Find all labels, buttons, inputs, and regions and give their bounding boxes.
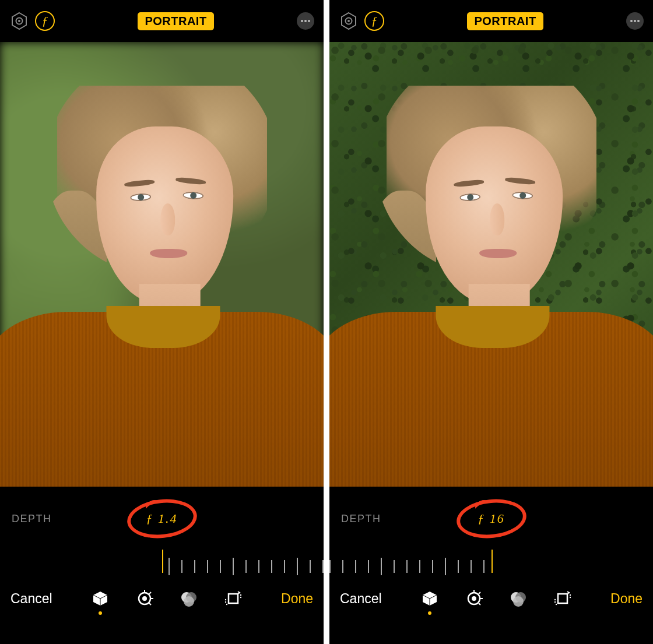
svg-point-39 [556, 604, 557, 605]
filters-circles-icon[interactable] [508, 588, 529, 609]
svg-point-17 [240, 597, 241, 598]
edit-controls: DEPTH ƒ 16 Cancel [329, 487, 653, 644]
svg-point-19 [225, 601, 226, 603]
photo-preview[interactable] [329, 42, 653, 487]
ellipsis-icon[interactable] [626, 12, 644, 30]
slider-indicator [162, 550, 163, 573]
editor-pane-right: ƒ PORTRAIT DEPTH ƒ 16 Cancel [329, 0, 653, 644]
slider-indicator [491, 550, 493, 573]
edit-controls: DEPTH ƒ 1.4 Cancel [0, 487, 324, 644]
cancel-button[interactable]: Cancel [10, 591, 52, 607]
depth-label: DEPTH [12, 513, 52, 525]
svg-line-31 [479, 603, 480, 605]
svg-point-41 [554, 599, 556, 600]
top-toolbar: ƒ PORTRAIT [329, 0, 653, 42]
svg-line-29 [479, 592, 480, 594]
lighting-hex-icon[interactable] [339, 11, 359, 31]
bottom-toolbar: Cancel [329, 580, 653, 628]
cube-icon[interactable] [419, 588, 440, 609]
svg-point-40 [554, 601, 556, 603]
svg-point-18 [226, 604, 227, 605]
svg-line-10 [149, 603, 151, 605]
filters-circles-icon[interactable] [178, 588, 199, 609]
crop-rotate-icon[interactable] [552, 588, 573, 609]
svg-point-20 [225, 599, 226, 600]
svg-point-16 [240, 594, 241, 596]
svg-point-2 [18, 20, 20, 22]
editor-pane-left: ƒ PORTRAIT DEPTH ƒ 1.4 Cancel [0, 0, 324, 644]
depth-slider[interactable] [329, 550, 653, 580]
f-stop-icon[interactable]: ƒ [364, 11, 384, 31]
crop-rotate-icon[interactable] [223, 588, 244, 609]
cube-icon[interactable] [90, 588, 111, 609]
svg-point-27 [472, 596, 476, 601]
svg-point-34 [513, 596, 524, 607]
lighting-hex-icon[interactable] [9, 11, 29, 31]
done-button[interactable]: Done [281, 591, 313, 607]
svg-rect-35 [558, 594, 567, 603]
subject-sweater [0, 312, 324, 487]
depth-value: ƒ 1.4 [146, 511, 178, 526]
adjust-dial-icon[interactable] [464, 588, 485, 609]
ellipsis-icon[interactable] [297, 12, 314, 30]
svg-line-8 [149, 592, 151, 594]
svg-rect-14 [229, 594, 238, 603]
mode-badge[interactable]: PORTRAIT [138, 12, 213, 30]
svg-point-23 [347, 20, 350, 22]
mode-badge[interactable]: PORTRAIT [467, 12, 543, 30]
photo-preview[interactable] [0, 42, 324, 487]
f-stop-icon[interactable]: ƒ [35, 11, 55, 31]
svg-point-37 [570, 594, 571, 596]
depth-value: ƒ 16 [478, 511, 505, 526]
svg-point-13 [184, 596, 194, 607]
top-toolbar: ƒ PORTRAIT [0, 0, 324, 42]
bottom-toolbar: Cancel [0, 580, 324, 628]
done-button[interactable]: Done [610, 591, 643, 607]
subject-sweater [329, 312, 653, 487]
depth-label: DEPTH [341, 513, 381, 525]
adjust-dial-icon[interactable] [134, 588, 155, 609]
svg-point-38 [570, 597, 571, 598]
depth-slider[interactable] [0, 550, 324, 580]
cancel-button[interactable]: Cancel [340, 591, 382, 607]
svg-point-6 [142, 596, 147, 601]
